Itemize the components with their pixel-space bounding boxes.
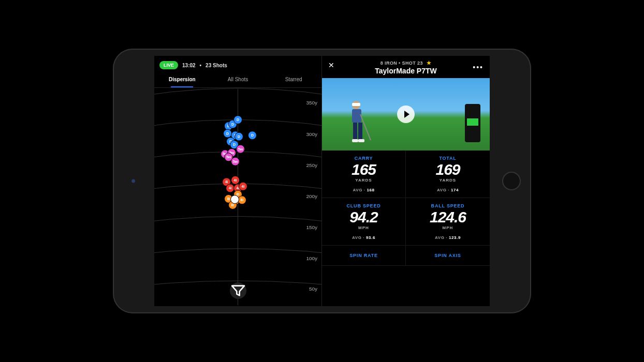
status-row: LIVE 13:02 • 23 Shots [154,56,321,72]
shot-marker-label: 5w [226,155,231,159]
shot-marker-label: 5w [238,147,243,151]
metric-label: SPIN AXIS [408,253,488,258]
shot-marker-label: 4i [242,185,245,188]
svg-rect-6 [352,139,358,142]
tab-dispersion[interactable]: Dispersion [154,72,210,87]
shot-marker-label: D [238,135,240,139]
tab-starred[interactable]: Starred [266,72,321,87]
shot-marker-label: ★ [233,198,237,201]
ytick-350: 350y [306,100,317,105]
tab-all-shots[interactable]: All Shots [210,72,266,87]
metric-total[interactable]: TOTAL 169 YARDS AVG · 174 [406,150,490,198]
front-camera [131,179,135,183]
ytick-50: 50y [309,286,317,292]
crumb-text: 8 IRON • SHOT 23 [380,61,423,66]
metric-label: SPIN RATE [324,253,403,258]
club-title: TaylorMade P7TW [327,67,485,75]
metrics-grid: CARRY 165 YARDS AVG · 168 TOTAL 169 YARD… [322,150,490,306]
metric-label: BALL SPEED [408,203,488,208]
metric-value: 169 [408,161,488,178]
ytick-100: 100y [306,255,317,261]
shot-marker-label: 4i [229,186,232,190]
dispersion-chart[interactable]: 350y 300y 250y 200y 150y 100y 50y DDDDDD… [154,88,321,306]
metric-value: 124.6 [408,208,488,225]
session-time: 13:02 [182,63,196,68]
shot-markers: DDDDDDDDD5w5w5w5w5w4i4i4i4i4i8i8i8i8i8i★ [221,116,257,209]
shot-breadcrumb: 8 IRON • SHOT 23 ★ [327,60,485,66]
metric-avg: AVG · 168 [324,188,403,192]
left-pane: LIVE 13:02 • 23 Shots Dispersion All Sho… [154,56,322,306]
golfer-figure [342,99,378,148]
shot-marker-label: D [251,133,254,137]
detail-header: ✕ ••• 8 IRON • SHOT 23 ★ TaylorMade P7TW [322,56,490,78]
shot-marker-label: D [237,118,239,122]
metric-unit: YARDS [324,178,403,183]
svg-rect-2 [352,103,360,106]
tablet-frame: LIVE 13:02 • 23 Shots Dispersion All Sho… [113,49,531,313]
shot-marker-label: D [231,123,234,126]
svg-rect-5 [358,123,362,139]
shot-marker-label: 5w [233,160,238,163]
metric-value: 94.2 [324,208,403,225]
svg-rect-3 [352,109,361,123]
shot-marker-label: 4i [225,180,228,184]
video-thumbnail[interactable] [322,78,490,150]
dispersion-svg: 350y 300y 250y 200y 150y 100y 50y DDDDDD… [154,88,321,306]
live-badge: LIVE [159,61,178,69]
metric-label: CLUB SPEED [324,203,403,208]
shot-marker-label: D [233,143,236,146]
separator: • [200,63,202,68]
ytick-250: 250y [306,162,317,168]
shot-marker-label: D [226,132,229,135]
metric-spin-axis[interactable]: SPIN AXIS [406,246,490,266]
metric-carry[interactable]: CARRY 165 YARDS AVG · 168 [322,150,406,198]
shot-count: 23 Shots [206,63,227,68]
home-button[interactable] [502,172,521,190]
metric-avg: AVG · 123.9 [408,235,488,240]
metric-ball-speed[interactable]: BALL SPEED 124.6 MPH AVG · 123.9 [406,198,490,246]
svg-rect-7 [358,139,364,142]
star-icon[interactable]: ★ [427,60,431,66]
metric-spin-rate[interactable]: SPIN RATE [322,246,406,266]
shot-marker-label: 8i [227,197,230,201]
shot-marker-label: 8i [241,198,244,202]
play-button[interactable] [397,105,415,123]
metric-unit: MPH [324,225,403,230]
metric-unit: YARDS [408,178,488,183]
filter-button[interactable] [230,282,246,299]
metric-label: CARRY [324,156,403,161]
shot-marker-label: 8i [231,203,235,207]
golf-bag [465,104,480,142]
right-pane: ✕ ••• 8 IRON • SHOT 23 ★ TaylorMade P7TW [322,56,490,306]
shot-marker-label: 4i [234,178,237,182]
ytick-200: 200y [306,193,317,199]
ytick-300: 300y [306,131,317,137]
close-icon[interactable]: ✕ [328,61,334,69]
metric-label: TOTAL [408,156,488,161]
filter-icon [230,282,246,299]
metric-avg: AVG · 93.6 [324,235,403,240]
app-screen: LIVE 13:02 • 23 Shots Dispersion All Sho… [154,56,490,306]
metric-unit: MPH [408,225,488,230]
metric-value: 165 [324,161,403,178]
svg-rect-4 [353,123,357,139]
metric-avg: AVG · 174 [408,188,488,192]
ytick-150: 150y [306,224,317,230]
tab-bar: Dispersion All Shots Starred [154,72,321,88]
more-icon[interactable]: ••• [473,63,484,71]
metric-club-speed[interactable]: CLUB SPEED 94.2 MPH AVG · 93.6 [322,198,406,246]
